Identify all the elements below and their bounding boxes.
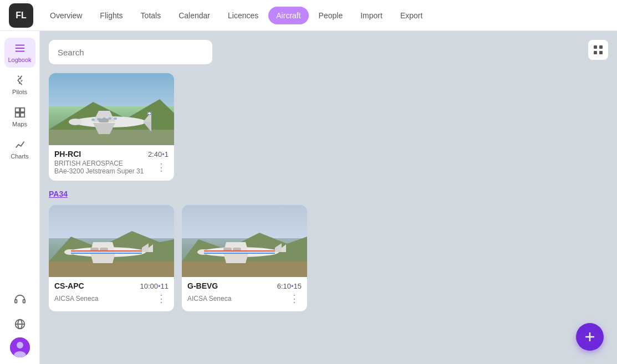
main-layout: Logbook Pilots Maps Charts — [0, 31, 617, 364]
svg-point-45 — [64, 249, 75, 255]
svg-point-13 — [17, 342, 23, 348]
grid-toggle-button[interactable] — [588, 40, 608, 60]
svg-rect-3 — [15, 108, 19, 112]
add-aircraft-button[interactable] — [576, 323, 604, 351]
svg-marker-22 — [143, 122, 151, 132]
nav-item-calendar[interactable]: Calendar — [171, 7, 218, 24]
nav-item-import[interactable]: Import — [353, 7, 390, 24]
avatar-image — [10, 337, 30, 357]
plane-silhouette-ph-rci — [65, 106, 154, 134]
plane-silhouette-cs-apc — [60, 237, 160, 267]
sidebar-item-pilots[interactable]: Pilots — [4, 70, 35, 100]
svg-rect-4 — [20, 108, 24, 112]
card-image-cs-apc — [49, 205, 174, 277]
svg-marker-53 — [223, 253, 248, 263]
card-reg-cs-apc: CS-APC — [54, 281, 84, 290]
aircraft-card-cs-apc[interactable]: CS-APC 10:00•11 AICSA Seneca ⋮ — [49, 205, 174, 311]
user-avatar[interactable] — [10, 337, 30, 357]
card-body-cs-apc: CS-APC 10:00•11 AICSA Seneca ⋮ — [49, 277, 174, 311]
sidebar-item-charts[interactable]: Charts — [4, 134, 35, 164]
svg-marker-24 — [93, 123, 115, 134]
nav-item-export[interactable]: Export — [392, 7, 430, 24]
sidebar: Logbook Pilots Maps Charts — [0, 31, 40, 364]
aircraft-cards-top: PH-RCI 2:40•1 BRITISH AEROSPACE BAe-3200… — [49, 73, 608, 181]
nav-item-overview[interactable]: Overview — [42, 7, 90, 24]
svg-point-27 — [91, 119, 95, 121]
card-reg-ph-rci: PH-RCI — [54, 150, 81, 158]
card-menu-cs-apc[interactable]: ⋮ — [154, 291, 169, 306]
svg-point-29 — [103, 117, 106, 120]
card-image-g-bevg — [182, 205, 307, 277]
svg-rect-15 — [594, 45, 597, 49]
nav-item-aircraft[interactable]: Aircraft — [268, 7, 308, 24]
svg-rect-18 — [599, 51, 603, 54]
pilots-label: Pilots — [12, 89, 27, 95]
maps-icon — [14, 106, 26, 119]
section-label-pa34: PA34 — [49, 189, 608, 198]
svg-point-28 — [97, 118, 100, 120]
content-area: PH-RCI 2:40•1 BRITISH AEROSPACE BAe-3200… — [40, 31, 617, 364]
svg-marker-40 — [142, 243, 149, 252]
svg-marker-51 — [275, 243, 282, 252]
svg-rect-16 — [599, 45, 603, 49]
card-menu-g-bevg[interactable]: ⋮ — [287, 291, 302, 306]
card-reg-g-bevg: G-BEVG — [187, 281, 218, 290]
sidebar-globe-button[interactable] — [4, 313, 35, 335]
nav-item-licences[interactable]: Licences — [220, 7, 266, 24]
logo: FL — [9, 3, 33, 28]
charts-icon — [14, 139, 26, 151]
nav-item-totals[interactable]: Totals — [133, 7, 169, 24]
nav-item-flights[interactable]: Flights — [92, 7, 130, 24]
card-time-g-bevg: 6:10•15 — [277, 282, 302, 290]
logbook-icon — [14, 42, 26, 54]
svg-rect-17 — [594, 51, 597, 54]
pilots-icon — [14, 74, 26, 86]
top-nav: FL Overview Flights Totals Calendar Lice… — [0, 0, 617, 31]
plane-silhouette-g-bevg — [193, 237, 293, 267]
plus-icon — [583, 330, 596, 344]
nav-item-people[interactable]: People — [311, 7, 351, 24]
svg-rect-5 — [15, 113, 19, 117]
logbook-label: Logbook — [8, 57, 31, 63]
search-input[interactable] — [49, 40, 212, 64]
sidebar-item-logbook[interactable]: Logbook — [4, 38, 35, 68]
card-model-ph-rci: BAe-3200 Jetstream Super 31 — [54, 167, 144, 175]
maps-label: Maps — [12, 121, 27, 127]
sidebar-headset-button[interactable] — [4, 289, 35, 311]
svg-rect-7 — [14, 300, 17, 303]
charts-label: Charts — [11, 153, 28, 160]
svg-point-30 — [108, 117, 111, 120]
grid-icon — [593, 44, 604, 55]
svg-point-56 — [197, 249, 208, 255]
card-make-cs-apc: AICSA Seneca — [54, 295, 98, 303]
card-time-cs-apc: 10:00•11 — [140, 282, 169, 290]
svg-point-26 — [69, 119, 82, 125]
sidebar-item-maps[interactable]: Maps — [4, 102, 35, 132]
aircraft-card-g-bevg[interactable]: G-BEVG 6:10•15 AICSA Seneca ⋮ — [182, 205, 307, 311]
globe-icon — [14, 318, 26, 330]
card-make-ph-rci: BRITISH AEROSPACE — [54, 160, 144, 167]
card-menu-ph-rci[interactable]: ⋮ — [154, 160, 169, 175]
aircraft-cards-pa34: CS-APC 10:00•11 AICSA Seneca ⋮ — [49, 205, 608, 311]
card-make-g-bevg: AICSA Seneca — [187, 295, 231, 303]
aircraft-card-ph-rci[interactable]: PH-RCI 2:40•1 BRITISH AEROSPACE BAe-3200… — [49, 73, 174, 181]
headset-icon — [14, 294, 26, 306]
card-image-ph-rci — [49, 73, 174, 145]
card-time-ph-rci: 2:40•1 — [148, 150, 169, 158]
card-body-g-bevg: G-BEVG 6:10•15 AICSA Seneca ⋮ — [182, 277, 307, 311]
svg-rect-6 — [20, 113, 24, 117]
svg-point-31 — [114, 117, 117, 120]
svg-rect-8 — [23, 300, 25, 303]
card-body-ph-rci: PH-RCI 2:40•1 BRITISH AEROSPACE BAe-3200… — [49, 145, 174, 181]
svg-marker-42 — [90, 253, 115, 263]
